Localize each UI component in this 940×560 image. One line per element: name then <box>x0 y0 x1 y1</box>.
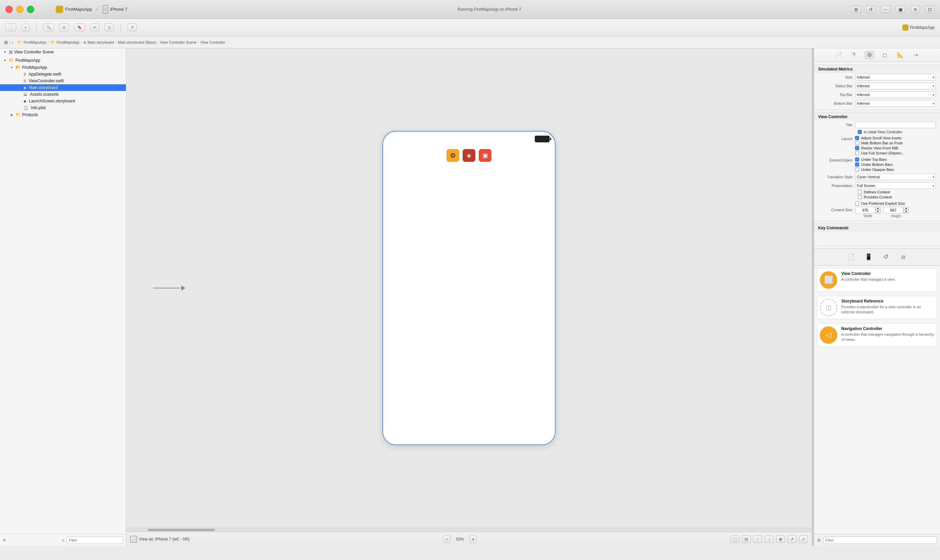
close-button[interactable] <box>5 6 13 13</box>
scene-toggle[interactable]: ▼ <box>3 50 8 54</box>
titlebar: FirstMapsApp ▷ iPhone 7 Running FirstMap… <box>0 0 940 19</box>
sidebar-item-mainstoryboard[interactable]: ◈ Main.storyboard <box>0 84 126 91</box>
inspector-tab-identity[interactable]: ⚙ <box>865 51 875 59</box>
height-stepper-up[interactable]: ▲ <box>903 207 909 210</box>
presentation-select[interactable]: Full Screen ▾ <box>855 182 936 189</box>
bookmark-button[interactable]: 🔖 <box>74 23 85 31</box>
resize-nib-checkbox[interactable]: ✓ <box>855 146 859 150</box>
breadcrumb-forward-arrow[interactable]: › <box>12 40 14 44</box>
bottom-icon-panel[interactable]: ⧈ <box>899 252 908 262</box>
view-full-button[interactable]: ⊡ <box>925 6 935 13</box>
warning-button[interactable]: ⚠ <box>59 23 69 31</box>
vc-title-input[interactable] <box>855 122 936 128</box>
breadcrumb-item-1[interactable]: 📁 FirstMapsApp <box>17 40 46 45</box>
bottom-icon-file[interactable]: 📄 <box>846 252 856 262</box>
zoom-in-button[interactable]: + <box>469 535 477 543</box>
root-toggle[interactable]: ▼ <box>3 58 8 63</box>
inspector-tab-connections[interactable]: ⇢ <box>911 51 921 59</box>
height-stepper-down[interactable]: ▼ <box>903 210 909 214</box>
nav-button[interactable]: ◻ <box>105 23 114 31</box>
library-item-nav-controller: ◁ Navigation Controller A controller tha… <box>817 323 937 347</box>
width-input[interactable] <box>855 207 875 214</box>
inspector-filter-input[interactable] <box>823 537 937 544</box>
inspector-tab-help[interactable]: ? <box>849 51 859 59</box>
size-select[interactable]: Inferred ▾ <box>855 74 936 81</box>
is-initial-checkbox[interactable]: ✓ <box>858 130 862 134</box>
canvas-scrollbar-h[interactable] <box>126 528 812 532</box>
under-top-checkbox[interactable]: ✓ <box>855 157 859 162</box>
sidebar-item-launchscreen[interactable]: ◈ LaunchScreen.storyboard <box>0 98 126 105</box>
breadcrumb-back-arrow[interactable]: ‹ <box>9 40 11 44</box>
inspector-tab-size[interactable]: 📐 <box>895 51 905 59</box>
sidebar-item-viewcontroller[interactable]: S ViewController.swift <box>0 78 126 84</box>
search-button[interactable]: 🔍 <box>43 23 54 31</box>
height-input[interactable] <box>883 207 903 214</box>
undo-button[interactable]: ↩ <box>90 23 99 31</box>
group-toggle[interactable]: ▼ <box>9 65 14 70</box>
key-commands-header: Key Commands <box>814 223 940 232</box>
scene-list-item[interactable]: ▼ ▦ View Controller Scene <box>0 48 126 55</box>
add-file-button[interactable]: + <box>3 537 6 543</box>
use-full-screen-checkbox[interactable] <box>855 151 859 155</box>
transition-style-select[interactable]: Cover Vertical ▾ <box>855 174 936 180</box>
add-target-button[interactable]: + <box>22 24 29 31</box>
scene-label: View Controller Scene <box>14 50 54 54</box>
adjust-scroll-checkbox[interactable]: ✓ <box>855 136 859 140</box>
bottom-icon-device[interactable]: 📱 <box>864 252 873 262</box>
use-preferred-checkbox[interactable] <box>855 202 859 205</box>
back-button[interactable]: ← <box>881 6 890 13</box>
breadcrumb-grid-icon[interactable]: ⊞ <box>4 40 8 45</box>
topbar-select[interactable]: Inferred ▾ <box>855 91 936 98</box>
grid-view-button[interactable]: ⊞ <box>851 6 861 13</box>
size-row: Size Inferred ▾ <box>814 73 940 82</box>
refresh-button[interactable]: ↺ <box>866 6 875 13</box>
layout-btn-7[interactable]: ⤢ <box>799 535 808 543</box>
sidebar-item-appdelegate[interactable]: S AppDelegate.swift <box>0 71 126 78</box>
products-toggle[interactable]: ▶ <box>9 112 14 117</box>
maximize-button[interactable] <box>27 6 34 13</box>
warning-icon: ⚠ <box>62 25 66 29</box>
minimize-button[interactable] <box>16 6 23 13</box>
under-bottom-checkbox[interactable]: ✓ <box>855 163 859 166</box>
breadcrumb-item-5[interactable]: View Controller Scene <box>160 40 197 44</box>
sidebar-filter-input[interactable] <box>66 537 123 544</box>
width-stepper-down[interactable]: ▼ <box>875 210 881 214</box>
new-file-button[interactable]: 📄 <box>5 23 16 31</box>
sidebar-item-infoplist[interactable]: 📋 Info.plist <box>0 105 126 111</box>
statusbar-select[interactable]: Inferred ▾ <box>855 83 936 89</box>
under-opaque-checkbox[interactable] <box>855 168 859 172</box>
iphone-mockup: ⚙ ◈ ▣ <box>382 131 555 445</box>
breadcrumb-item-2[interactable]: 📁 FirstMapsApp <box>50 40 80 45</box>
breadcrumb-item-4[interactable]: Main.storyboard (Base) <box>118 40 156 44</box>
defines-context-checkbox[interactable] <box>858 190 862 194</box>
hide-bottom-checkbox[interactable] <box>855 141 859 145</box>
layout-btn-5[interactable]: ≣ <box>776 535 785 543</box>
breadcrumb-item-6[interactable]: View Controller <box>200 40 225 44</box>
layout-btn-6[interactable]: ↗ <box>788 535 796 543</box>
app-display-icon <box>902 25 908 31</box>
layout-btn-3[interactable]: ↑ <box>753 535 762 543</box>
sidebar-item-firstmapsapp-group[interactable]: ▼ 📂 FirstMapsApp <box>0 64 126 71</box>
hide-bottom-label: Hide Bottom Bar on Push <box>861 141 903 145</box>
zoom-out-button[interactable]: − <box>443 535 451 543</box>
view-toggle-button[interactable]: ▣ <box>896 6 905 13</box>
scrollbar-thumb-horizontal[interactable] <box>148 529 215 531</box>
layout-btn-1[interactable]: ⬚ <box>731 535 739 543</box>
canvas-container[interactable]: ⚙ ◈ ▣ <box>126 48 812 528</box>
view-split-button[interactable]: ⧈ <box>911 6 920 13</box>
layout-btn-4[interactable]: ↓ <box>765 535 774 543</box>
assistant-button[interactable]: ↗ <box>128 23 137 31</box>
sidebar-item-firstmapsapp-root[interactable]: ▼ 📁 FirstMapsApp <box>0 57 126 64</box>
provides-context-checkbox[interactable] <box>858 195 862 199</box>
width-stepper-up[interactable]: ▲ <box>875 207 881 210</box>
sidebar-item-products[interactable]: ▶ 📁 Products <box>0 111 126 118</box>
sidebar-item-assets[interactable]: 🗂 Assets.xcassets <box>0 91 126 98</box>
inspector-tab-attributes[interactable]: ◻ <box>880 51 890 59</box>
layout-btn-2[interactable]: ⊟ <box>742 535 751 543</box>
inspector-tab-file[interactable]: 📄 <box>834 51 844 59</box>
battery-icon <box>535 135 549 142</box>
iphone-icon-3: ▣ <box>479 149 491 162</box>
bottombar-select[interactable]: Inferred ▾ <box>855 100 936 107</box>
breadcrumb-item-3[interactable]: ◈ Main.storyboard <box>83 40 114 45</box>
bottom-icon-refresh[interactable]: ↺ <box>881 252 891 262</box>
